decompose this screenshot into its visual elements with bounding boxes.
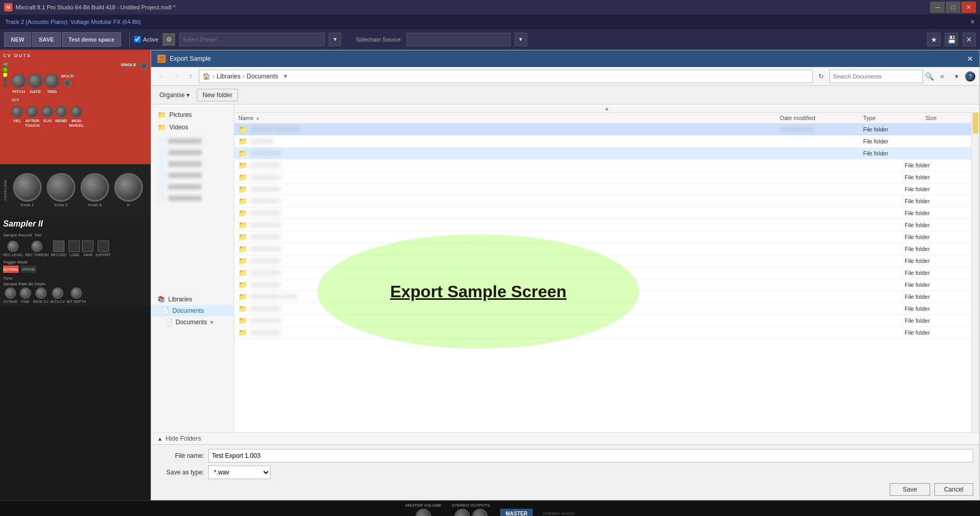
documents-sub-dropdown-icon[interactable]: ▼	[209, 320, 214, 325]
search-input[interactable]	[829, 70, 923, 83]
minimize-button[interactable]: ─	[930, 2, 945, 13]
up-button[interactable]: ↑	[184, 70, 197, 83]
hide-folders-row[interactable]: ▲ Hide Folders	[151, 432, 979, 444]
address-dropdown-icon[interactable]: ▼	[283, 73, 289, 80]
nav-item-blurred-3[interactable]: 📄 XXXXXXXX	[151, 158, 234, 170]
search-icon[interactable]: 🔍	[925, 72, 934, 81]
rec-level-knob[interactable]	[7, 241, 19, 252]
table-row[interactable]: 📁 XXXXXX File folder	[234, 136, 971, 148]
knob3[interactable]	[80, 173, 109, 202]
nav-item-pictures[interactable]: 📁 Pictures	[151, 109, 234, 121]
record-btn[interactable]	[53, 241, 64, 252]
nav-item-libraries[interactable]: 📚 Libraries	[151, 294, 234, 305]
table-row[interactable]: 📁 XXXXXXXX File folder	[234, 207, 971, 219]
knob4[interactable]	[114, 173, 143, 202]
table-row[interactable]: 📁 XXXXXXXX File folder	[234, 183, 971, 195]
sus-knob[interactable]: SUS	[42, 106, 53, 128]
active-checkbox[interactable]	[134, 36, 141, 43]
maximize-button[interactable]: □	[946, 2, 960, 13]
aftertouch-knob-circle[interactable]	[26, 106, 38, 117]
table-row[interactable]: 📁 XXXXXXXX File folder	[234, 160, 971, 171]
gear-button[interactable]: ⚙	[163, 33, 175, 46]
export-btn[interactable]	[98, 241, 109, 252]
scrollbar-thumb[interactable]	[973, 113, 978, 134]
breadcrumb-documents[interactable]: Documents	[247, 73, 278, 80]
new-folder-button[interactable]: New folder	[197, 89, 238, 101]
nav-item-videos[interactable]: 📁 Videos	[151, 121, 234, 134]
master-volume-knob[interactable]	[415, 509, 431, 516]
dialog-save-button[interactable]: Save	[890, 483, 930, 496]
bits-cv-knob[interactable]	[52, 287, 63, 299]
sidechain-input[interactable]	[407, 33, 511, 46]
gate-knob[interactable]: GATE	[28, 74, 43, 94]
nav-item-blurred-1[interactable]: 📄 XXXXXXXX	[151, 136, 234, 147]
table-row[interactable]: 📁 XXXXXX XXXXXXX XX/XX/XXXX File folder	[234, 124, 971, 136]
rate-cv-knob[interactable]	[35, 287, 47, 299]
file-name-input[interactable]	[208, 449, 973, 462]
track-close-icon[interactable]: ✕	[970, 19, 975, 25]
table-row[interactable]: 📁 XXXXXXXX File folder	[234, 148, 971, 160]
table-row[interactable]: 📁 XXXXXXXX File folder	[234, 255, 971, 267]
close-button[interactable]: ✕	[961, 2, 976, 13]
modwheel-knob[interactable]: MODWHEEL	[69, 106, 84, 128]
col-header-size[interactable]: Size	[925, 115, 967, 121]
view-dropdown-button[interactable]: ▼	[950, 70, 963, 83]
trig-knob-circle[interactable]	[45, 74, 59, 88]
multi-toggle[interactable]	[64, 80, 71, 87]
scrollbar-track[interactable]	[971, 113, 979, 432]
preset-dropdown-button[interactable]: ▼	[329, 33, 341, 46]
forward-button[interactable]: →	[170, 70, 182, 83]
gate-knob-circle[interactable]	[28, 74, 43, 88]
dialog-close-button[interactable]: ✕	[967, 55, 973, 63]
save-sample-btn[interactable]	[82, 241, 93, 252]
col-header-date[interactable]: Date modified	[780, 115, 863, 121]
table-row[interactable]: 📁 XXXXXXXX File folder	[234, 303, 971, 315]
stereo-r-knob[interactable]	[472, 509, 488, 516]
save-icon-button[interactable]: 💾	[945, 33, 958, 46]
bend-knob[interactable]: BEND	[55, 106, 67, 128]
refresh-button[interactable]: ↻	[815, 70, 827, 83]
test-button[interactable]: Test demo space	[62, 32, 121, 47]
save-as-dropdown[interactable]: *.wav	[208, 466, 271, 479]
rec-thresh-knob[interactable]	[31, 241, 43, 252]
table-row[interactable]: 📁 XXXXXXXX File folder	[234, 267, 971, 279]
new-button[interactable]: NEW	[4, 32, 31, 47]
pitch-knob[interactable]: PITCH	[11, 74, 26, 94]
star-button[interactable]: ★	[927, 33, 941, 46]
fx-close-button[interactable]: ✕	[962, 33, 976, 46]
knob1[interactable]	[13, 173, 42, 202]
stereo-l-knob[interactable]	[454, 509, 470, 516]
table-row[interactable]: 📁 XXXXXXXX File folder	[234, 279, 971, 291]
load-btn[interactable]	[69, 241, 80, 252]
single-toggle[interactable]	[140, 62, 147, 70]
bend-knob-circle[interactable]	[56, 106, 67, 117]
knob2[interactable]	[47, 173, 75, 202]
table-row[interactable]: 📁 XXXXXXXX File folder	[234, 195, 971, 207]
table-row[interactable]: 📁 XXXXXXXX File folder	[234, 219, 971, 231]
bit-depth-knob[interactable]	[71, 287, 82, 299]
col-header-name[interactable]: Name ▲	[238, 115, 780, 121]
table-row[interactable]: 📁 XXXXXXXX File folder	[234, 243, 971, 255]
nav-item-blurred-5[interactable]: 📄 XXXXXXXX	[151, 181, 234, 193]
sus-knob-circle[interactable]	[42, 106, 53, 117]
sidechain-dropdown-button[interactable]: ▼	[515, 33, 527, 46]
modwheel-knob-circle[interactable]	[71, 106, 82, 117]
organise-button[interactable]: Organise ▾	[155, 89, 194, 101]
nav-item-blurred-4[interactable]: 📄 XXXXXXXX	[151, 170, 234, 181]
octave-knob[interactable]	[5, 287, 16, 299]
vel-knob[interactable]: VEL	[11, 106, 23, 128]
table-row[interactable]: 📁 XXXXXXXX XXXX File folder	[234, 291, 971, 303]
table-row[interactable]: 📁 XXXXXXXX File folder	[234, 171, 971, 183]
col-header-type[interactable]: Type	[863, 115, 925, 121]
back-button[interactable]: ←	[155, 70, 168, 83]
normal-btn[interactable]: NORMAL	[3, 266, 19, 273]
dialog-cancel-button[interactable]: Cancel	[934, 483, 973, 496]
save-main-button[interactable]: SAVE	[32, 32, 61, 47]
table-row[interactable]: 📁 XXXXXXXX File folder	[234, 327, 971, 339]
nav-item-documents-sub[interactable]: 📄 Documents ▼	[151, 316, 234, 328]
drone-btn[interactable]: DRONE	[21, 266, 36, 273]
fine-knob[interactable]	[20, 287, 31, 299]
vel-knob-circle[interactable]	[11, 106, 23, 117]
trig-knob[interactable]: TRIG	[45, 74, 59, 94]
view-mode-button[interactable]: ≡	[936, 70, 948, 83]
